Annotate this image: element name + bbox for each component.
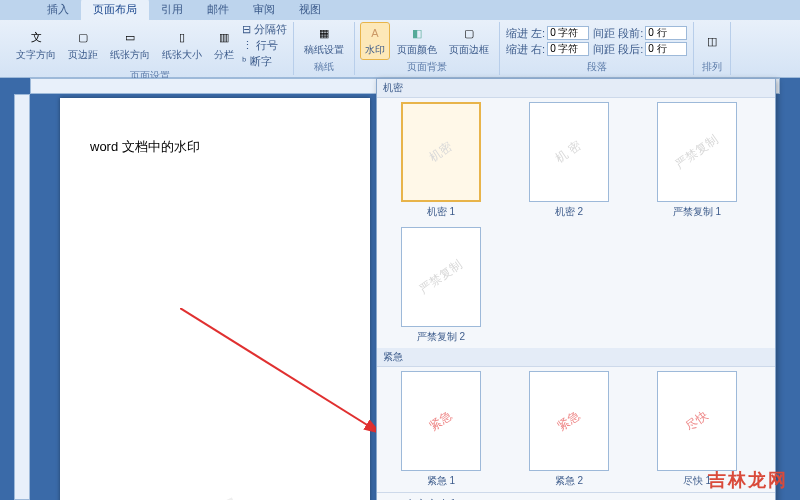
group-paper: ▦稿纸设置 稿纸: [294, 22, 355, 75]
columns-button[interactable]: ▥分栏: [210, 28, 238, 64]
group-label: 页面背景: [407, 60, 447, 75]
group-label: 段落: [587, 60, 607, 75]
orientation-button[interactable]: ▭纸张方向: [106, 28, 154, 64]
custom-watermark-button[interactable]: ◩自定义水印(W)...: [377, 493, 775, 500]
indent-right-input[interactable]: [547, 42, 589, 56]
margins-button[interactable]: ▢页边距: [64, 28, 102, 64]
source-watermark: 吉林龙网: [708, 468, 788, 492]
document-text: word 文档中的水印: [90, 138, 340, 156]
breaks-icon: ⊟: [242, 23, 251, 36]
group-page-setup: 文文字方向 ▢页边距 ▭纸张方向 ▯纸张大小 ▥分栏 ⊟分隔符 ⋮行号 ᵇ断字 …: [6, 22, 294, 75]
indent-right: 缩进 右:: [506, 42, 589, 57]
breaks-button[interactable]: ⊟分隔符: [242, 22, 287, 37]
watermark-option[interactable]: 严禁复制严禁复制 2: [381, 227, 501, 344]
group-page-background: A水印 ◧页面颜色 ▢页面边框 页面背景: [355, 22, 500, 75]
page-color-button[interactable]: ◧页面颜色: [393, 23, 441, 59]
space-after-input[interactable]: [645, 42, 687, 56]
line-numbers-icon: ⋮: [242, 39, 253, 52]
paper-settings-button[interactable]: ▦稿纸设置: [300, 23, 348, 59]
tab-review[interactable]: 审阅: [241, 0, 287, 20]
gallery-section-confidential: 机密: [377, 79, 775, 98]
page-watermark: 公司: [179, 488, 253, 500]
text-direction-button[interactable]: 文文字方向: [12, 28, 60, 64]
watermark-option[interactable]: 紧急紧急 2: [509, 371, 629, 488]
tab-mailings[interactable]: 邮件: [195, 0, 241, 20]
text-direction-icon: 文: [28, 30, 44, 46]
paper-icon: ▦: [316, 25, 332, 41]
group-paragraph: 缩进 左: 缩进 右: 间距 段前: 间距 段后: 段落: [500, 22, 694, 75]
watermark-icon: A: [367, 25, 383, 41]
tab-page-layout[interactable]: 页面布局: [81, 0, 149, 20]
vertical-ruler[interactable]: [14, 94, 30, 500]
page-color-icon: ◧: [409, 25, 425, 41]
page-size-icon: ▯: [174, 30, 190, 46]
indent-left: 缩进 左:: [506, 26, 589, 41]
space-before: 间距 段前:: [593, 26, 687, 41]
line-numbers-button[interactable]: ⋮行号: [242, 38, 287, 53]
space-after: 间距 段后:: [593, 42, 687, 57]
page-borders-button[interactable]: ▢页面边框: [445, 23, 493, 59]
watermark-option[interactable]: 机密机密 1: [381, 102, 501, 219]
margins-icon: ▢: [75, 30, 91, 46]
group-label: 排列: [702, 60, 722, 75]
tab-view[interactable]: 视图: [287, 0, 333, 20]
hyphenation-icon: ᵇ: [242, 55, 247, 68]
arrange-icon: ◫: [704, 33, 720, 49]
arrange-button[interactable]: ◫: [700, 31, 724, 51]
gallery-section-urgent: 紧急: [377, 348, 775, 367]
watermark-button[interactable]: A水印: [361, 23, 389, 59]
page-borders-icon: ▢: [461, 25, 477, 41]
ribbon: 文文字方向 ▢页边距 ▭纸张方向 ▯纸张大小 ▥分栏 ⊟分隔符 ⋮行号 ᵇ断字 …: [0, 20, 800, 78]
hyphenation-button[interactable]: ᵇ断字: [242, 54, 287, 69]
group-label: 稿纸: [314, 60, 334, 75]
tab-references[interactable]: 引用: [149, 0, 195, 20]
orientation-icon: ▭: [122, 30, 138, 46]
group-arrange: ◫ 排列: [694, 22, 731, 75]
document-page[interactable]: word 文档中的水印 公司: [60, 98, 370, 500]
space-before-input[interactable]: [645, 26, 687, 40]
indent-left-input[interactable]: [547, 26, 589, 40]
watermark-option[interactable]: 紧急紧急 1: [381, 371, 501, 488]
ribbon-tabs: 插入 页面布局 引用 邮件 审阅 视图: [0, 0, 800, 20]
watermark-option[interactable]: 机 密机密 2: [509, 102, 629, 219]
columns-icon: ▥: [216, 30, 232, 46]
size-button[interactable]: ▯纸张大小: [158, 28, 206, 64]
watermark-gallery: 机密 机密机密 1 机 密机密 2 严禁复制严禁复制 1 严禁复制严禁复制 2 …: [376, 78, 776, 500]
tab-insert[interactable]: 插入: [35, 0, 81, 20]
watermark-option[interactable]: 严禁复制严禁复制 1: [637, 102, 757, 219]
